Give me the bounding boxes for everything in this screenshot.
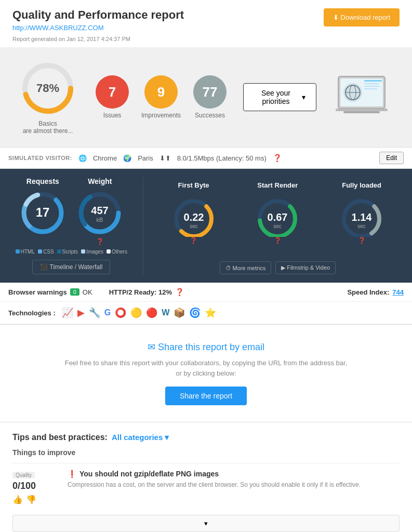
- share-title: ✉ Share this report by email: [8, 341, 404, 353]
- tips-header-label: Tips and best practices:: [12, 433, 108, 442]
- tip-item: Quality 0/100 👍 👎 ❗ You should not gzip/…: [12, 463, 400, 511]
- tech-icon-analytics: 📈: [62, 307, 73, 318]
- speed-index-value[interactable]: 744: [392, 288, 404, 296]
- filmstrip-button[interactable]: ▶ Filmstrip & Video: [275, 261, 336, 274]
- svg-text:sec: sec: [274, 223, 282, 229]
- issues-count: 7: [96, 75, 129, 109]
- fully-loaded-metric: Fully loaded 1.14 sec ❓: [320, 177, 404, 255]
- svg-rect-8: [364, 88, 377, 89]
- metric-buttons: ⏱ More metrics ▶ Filmstrip & Video: [152, 261, 404, 274]
- first-byte-metric: First Byte 0.22 sec ❓: [152, 177, 236, 255]
- first-byte-label: First Byte: [178, 181, 209, 189]
- tech-icon-circle: ⭕: [115, 307, 126, 318]
- summary-metrics: 7 Issues 9 Improvements 77 Successes: [96, 75, 227, 119]
- share-button[interactable]: Share the report: [165, 387, 247, 405]
- improvements-count: 9: [144, 75, 178, 109]
- laptop-illustration: [333, 74, 395, 121]
- thumbs-down-icon[interactable]: 👎: [26, 495, 36, 504]
- tech-icon-google: G: [104, 308, 111, 317]
- tech-icon-box: 📦: [174, 307, 185, 318]
- tech-icon-yellow: 🟡: [130, 307, 142, 318]
- help-icon-http2: ❓: [175, 288, 184, 296]
- svg-rect-13: [336, 109, 388, 111]
- svg-rect-14: [343, 111, 380, 113]
- improvements-circle: 9 Improvements: [141, 75, 181, 119]
- visitor-label: SIMULATED VISITOR:: [8, 155, 72, 161]
- start-render-metric: Start Render 0.67 sec ❓: [235, 177, 320, 255]
- score-label: Basics are almost there...: [23, 120, 73, 135]
- svg-text:0.22: 0.22: [183, 211, 204, 223]
- expand-button[interactable]: ▾: [12, 515, 400, 532]
- page-meta: Report generated on Jan 12, 2017 4:24:37…: [12, 36, 130, 42]
- svg-text:17: 17: [36, 205, 50, 219]
- timing-section: First Byte 0.22 sec ❓ Start Render 0.67 …: [143, 177, 404, 274]
- things-improve-label: Things to improve: [12, 448, 400, 457]
- http2-item: HTTP/2 Ready: 12% ❓: [109, 288, 184, 296]
- more-metrics-button[interactable]: ⏱ More metrics: [220, 261, 272, 274]
- tip-content: ❗ You should not gzip/deflate PNG images…: [68, 470, 400, 504]
- tech-icons-list: 📈 ▶ 🔧 G ⭕ 🟡 🔴 W 📦 🌀 ⭐: [62, 307, 217, 318]
- help-icon: ❓: [273, 154, 282, 162]
- tech-icon-wrench: 🔧: [89, 307, 100, 318]
- svg-text:kB: kB: [97, 217, 103, 223]
- svg-rect-6: [364, 83, 379, 84]
- share-description: Feel free to share this report with your…: [8, 358, 404, 378]
- speed-index-item: Speed Index: 744: [347, 288, 404, 296]
- all-categories-dropdown[interactable]: All categories ▾: [112, 433, 169, 442]
- issues-circle: 7 Issues: [96, 75, 129, 119]
- svg-text:0.67: 0.67: [268, 211, 288, 223]
- svg-rect-7: [364, 86, 380, 87]
- warnings-count: 0: [70, 288, 79, 296]
- issues-label: Issues: [103, 112, 122, 119]
- score-value: 0/100: [12, 481, 59, 491]
- chevron-down-icon: ▾: [302, 93, 305, 101]
- help-icon-fb: ❓: [190, 237, 197, 244]
- tech-icon-star: ⭐: [205, 307, 216, 318]
- score-category-label: Quality: [12, 472, 35, 478]
- page-url[interactable]: http://WWW.ASKBRUZZ.COM: [12, 24, 184, 32]
- location-name: Paris: [138, 154, 153, 162]
- svg-rect-5: [364, 80, 382, 82]
- svg-text:sec: sec: [190, 223, 198, 229]
- technologies-bar: Technologies : 📈 ▶ 🔧 G ⭕ 🟡 🔴 W 📦 🌀 ⭐: [0, 302, 412, 324]
- thumbs-up-icon[interactable]: 👍: [12, 495, 23, 504]
- warnings-status: OK: [83, 288, 92, 296]
- requests-weight-section: Requests 17 Weight 457 kB: [8, 177, 143, 274]
- timeline-button[interactable]: ⬛ Timeline / Waterfall: [32, 260, 110, 274]
- requests-label: Requests: [19, 177, 66, 185]
- tip-score: Quality 0/100 👍 👎: [12, 470, 59, 504]
- page-header: Quality and Performance report http://WW…: [0, 0, 412, 47]
- successes-circle: 77 Successes: [193, 75, 227, 119]
- weight-label: Weight: [76, 177, 123, 185]
- technologies-label: Technologies :: [8, 309, 56, 317]
- share-section: ✉ Share this report by email Feel free t…: [0, 325, 412, 422]
- chevron-down-icon: ▾: [204, 520, 208, 527]
- browser-icon: 🌐: [78, 154, 87, 162]
- browser-warnings-item: Browser warnings 0 OK: [8, 288, 92, 296]
- svg-text:1.14: 1.14: [352, 211, 373, 223]
- http2-label: HTTP/2 Ready: 12%: [109, 288, 172, 296]
- successes-count: 77: [193, 75, 227, 109]
- download-button[interactable]: ⬇ Download report: [324, 8, 400, 26]
- chart-legend: HTML CSS Scripts Images Others: [8, 249, 135, 255]
- connection-icon: ⬇⬆: [160, 154, 171, 162]
- browser-warnings-label: Browser warnings: [8, 288, 67, 296]
- status-bar: Browser warnings 0 OK HTTP/2 Ready: 12% …: [0, 283, 412, 302]
- successes-label: Successes: [195, 112, 225, 119]
- fully-loaded-label: Fully loaded: [342, 181, 381, 189]
- priorities-button[interactable]: See your priorities ▾: [243, 83, 316, 111]
- help-icon-fl: ❓: [358, 237, 366, 244]
- browser-name: Chrome: [93, 154, 117, 162]
- tech-icon-red: 🔴: [146, 307, 157, 318]
- location-icon: 🌍: [123, 154, 131, 162]
- tip-title-text: You should not gzip/deflate PNG images: [79, 470, 219, 478]
- svg-text:78%: 78%: [36, 82, 59, 95]
- summary-band: 78% Basics are almost there... 7 Issues …: [0, 47, 412, 147]
- score-donut: 78% Basics are almost there...: [17, 60, 79, 135]
- tech-icon-wordpress: W: [162, 308, 169, 317]
- help-icon-weight: ❓: [96, 238, 104, 245]
- tip-description: Compression has a cost, on the server an…: [68, 480, 400, 489]
- connection-speed: 8.0/1.5Mbps (Latency: 50 ms): [177, 154, 267, 162]
- error-icon: ❗: [68, 470, 76, 478]
- edit-button[interactable]: Edit: [379, 152, 404, 164]
